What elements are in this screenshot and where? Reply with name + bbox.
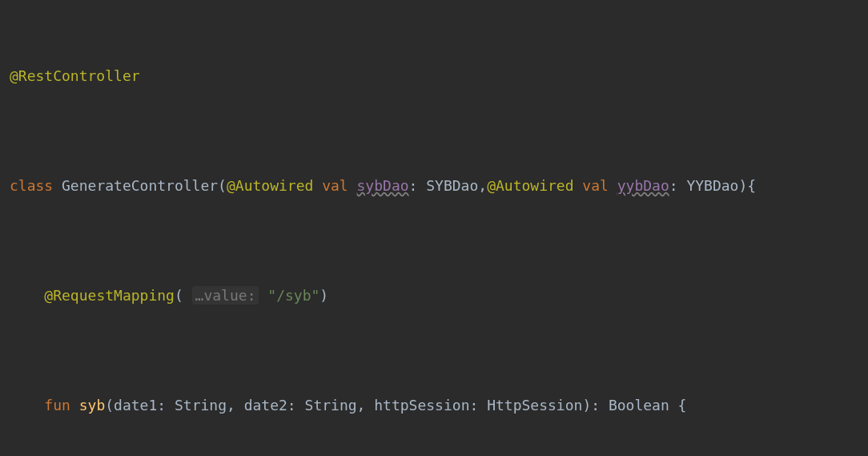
- param-sybdao: sybDao: [357, 177, 409, 194]
- function-name: syb: [79, 397, 106, 414]
- keyword: class: [10, 177, 53, 194]
- annotation: @RequestMapping: [44, 287, 175, 304]
- type: HttpSession: [487, 397, 582, 414]
- code-line[interactable]: @RequestMapping( …value: "/syb"): [0, 282, 868, 309]
- code-line[interactable]: fun syb(date1: String, date2: String, ht…: [0, 392, 868, 419]
- code-line[interactable]: @RestController: [0, 63, 868, 90]
- annotation: @Autowired: [487, 177, 573, 194]
- keyword: val: [582, 177, 609, 194]
- string: "/syb": [267, 287, 319, 304]
- type: Boolean: [609, 397, 669, 414]
- type: String: [305, 397, 357, 414]
- param: date1: [114, 397, 157, 414]
- annotation: @RestController: [10, 67, 140, 84]
- type: String: [175, 397, 227, 414]
- annotation: @Autowired: [227, 177, 313, 194]
- param-yybdao: yybDao: [617, 177, 669, 194]
- keyword: val: [322, 177, 348, 194]
- class-name: GenerateController: [62, 177, 218, 194]
- type: YYBDao: [686, 177, 738, 194]
- param-hint: …value:: [192, 286, 259, 305]
- code-editor[interactable]: @RestController class GenerateController…: [0, 0, 868, 456]
- param: date2: [244, 397, 287, 414]
- code-line[interactable]: class GenerateController(@Autowired val …: [0, 172, 868, 200]
- param: httpSession: [374, 397, 469, 414]
- type: SYBDao: [426, 177, 478, 194]
- keyword: fun: [44, 397, 70, 414]
